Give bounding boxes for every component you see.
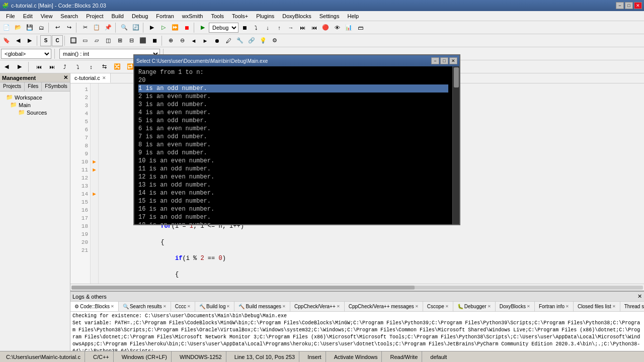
tb4-btn6[interactable]: ⤵	[72, 61, 84, 72]
step-into-btn[interactable]: ↓	[262, 22, 273, 33]
step-out-btn[interactable]: ↑	[274, 22, 285, 33]
scope-dropdown[interactable]: <global>	[1, 49, 51, 59]
tb4-btn5[interactable]: ⤴	[59, 61, 70, 72]
tb2-btn4[interactable]: S	[40, 35, 51, 46]
editor-tab-close[interactable]: ✕	[102, 75, 106, 80]
logs-content[interactable]: Checking for existence: C:\Users\user\Do…	[70, 312, 644, 351]
logs-tab-cppcheck[interactable]: CppCheck/Vera++ ✕	[290, 302, 345, 311]
watches-btn[interactable]: 👁	[332, 22, 343, 33]
logs-tab-cppcheck-msg-close[interactable]: ✕	[415, 304, 419, 309]
console-minimize[interactable]: −	[431, 57, 439, 64]
tree-workspace[interactable]: 📁 Workspace	[2, 94, 68, 101]
logs-tab-doxyblocks[interactable]: DoxyBlocks ✕	[496, 302, 535, 311]
tb2-btn22[interactable]: 💡	[258, 35, 269, 46]
tb4-btn1[interactable]: ◀	[1, 61, 12, 72]
tb2-btn11[interactable]: ⊟	[126, 35, 137, 46]
logs-tab-codeblocks[interactable]: ⚙ Code::Blocks ✕	[70, 302, 119, 311]
menu-plugins[interactable]: Plugins	[252, 12, 278, 20]
h-scrollbar-track[interactable]	[71, 286, 643, 290]
logs-tab-build-log[interactable]: 🔨 Build log ✕	[195, 302, 234, 311]
sidebar-tab-projects[interactable]: Projects	[0, 82, 25, 91]
tb2-btn3[interactable]: ▶	[24, 35, 35, 46]
compile-btn[interactable]: ▶	[146, 22, 157, 33]
logs-tab-buildlog-close[interactable]: ✕	[226, 304, 230, 309]
menu-debug[interactable]: Debug	[128, 12, 152, 20]
tb2-btn7[interactable]: ▭	[79, 35, 91, 46]
console-scrollbar[interactable]	[452, 66, 459, 224]
logs-tab-cccc-close[interactable]: ✕	[187, 304, 191, 309]
menu-fortran[interactable]: Fortran	[152, 12, 178, 20]
stop-btn[interactable]: ⏹	[181, 22, 192, 33]
menu-file[interactable]: File	[2, 12, 19, 20]
tb2-btn2[interactable]: ◀	[13, 35, 24, 46]
horizontal-scrollbar[interactable]	[70, 284, 644, 291]
tb2-btn8[interactable]: ▱	[91, 35, 102, 46]
tb2-btn21[interactable]: 🔗	[246, 35, 257, 46]
debug-btn[interactable]: ▶	[197, 22, 208, 33]
cut-btn[interactable]: ✂	[79, 22, 91, 33]
toggle-breakpoint-btn[interactable]: 🔴	[320, 22, 331, 33]
tb4-btn9[interactable]: 🔀	[112, 61, 123, 72]
tree-sources[interactable]: 📁 Sources	[2, 109, 68, 116]
tb2-btn5[interactable]: C	[52, 35, 63, 46]
menu-build[interactable]: Build	[107, 12, 127, 20]
debug-stop-btn[interactable]: ⏹	[239, 22, 250, 33]
next-breakpoint-btn[interactable]: ⏭	[297, 22, 308, 33]
logs-tab-debugger[interactable]: 🐛 Debugger ✕	[453, 302, 496, 311]
tb2-btn1[interactable]: 🔖	[1, 35, 12, 46]
tb2-btn20[interactable]: 🔧	[234, 35, 246, 46]
tb2-btn10[interactable]: ⊞	[114, 35, 125, 46]
redo-btn[interactable]: ↪	[63, 22, 74, 33]
menu-view[interactable]: View	[37, 12, 57, 20]
tb2-btn12[interactable]: ⬛	[137, 35, 148, 46]
logs-tab-fortran[interactable]: Fortran info ✕	[535, 302, 574, 311]
tb2-btn23[interactable]: ⚙	[269, 35, 280, 46]
console-scrollbar-thumb[interactable]	[454, 67, 459, 87]
logs-close[interactable]: ✕	[637, 293, 642, 300]
logs-tab-search-close[interactable]: ✕	[163, 304, 167, 309]
tb4-btn3[interactable]: ⏮	[33, 61, 44, 72]
replace-btn[interactable]: 🔄	[130, 22, 141, 33]
prev-breakpoint-btn[interactable]: ⏮	[308, 22, 319, 33]
save-btn[interactable]: 💾	[24, 22, 35, 33]
find-btn[interactable]: 🔍	[119, 22, 130, 33]
logs-tab-codeblocks-close[interactable]: ✕	[111, 304, 114, 309]
tb2-btn13[interactable]: ◼	[149, 35, 160, 46]
menu-search[interactable]: Search	[56, 12, 82, 20]
tb2-btn6[interactable]: 🔲	[68, 35, 79, 46]
sidebar-tab-fsymbols[interactable]: FSymbols	[42, 82, 70, 91]
logs-tab-cppcheck-msg[interactable]: CppCheck/Vera++ messages ✕	[345, 302, 423, 311]
sidebar-close[interactable]: ✕	[63, 74, 68, 81]
tb2-btn17[interactable]: ►	[200, 35, 211, 46]
open-file-btn[interactable]: 📂	[13, 22, 24, 33]
tb4-btn2[interactable]: ▶	[14, 61, 25, 72]
logs-tab-cscope-close[interactable]: ✕	[445, 304, 449, 309]
menu-tools[interactable]: Tools	[207, 12, 228, 20]
copy-btn[interactable]: 📋	[91, 22, 102, 33]
tb4-btn4[interactable]: ⏭	[46, 61, 57, 72]
sidebar-tab-files[interactable]: Files	[25, 82, 42, 91]
logs-tab-closed-files[interactable]: Closed files list ✕	[574, 302, 620, 311]
menu-wxsmith[interactable]: wxSmith	[178, 12, 207, 20]
debug-dropdown[interactable]: Debug	[209, 23, 238, 33]
tb4-btn7[interactable]: ↕	[86, 61, 97, 72]
tb4-btn8[interactable]: ⇆	[99, 61, 110, 72]
logs-tab-fortran-close[interactable]: ✕	[566, 304, 569, 309]
logs-tab-thread-search[interactable]: Thread search ✕	[620, 302, 644, 311]
logs-tab-search-results[interactable]: 🔍 Search results ✕	[119, 302, 171, 311]
h-scrollbar-thumb[interactable]	[71, 286, 415, 290]
build-run-btn[interactable]: ⏩	[170, 22, 181, 33]
close-button[interactable]: ✕	[634, 2, 642, 9]
menu-tools-plus[interactable]: Tools+	[228, 12, 252, 20]
undo-btn[interactable]: ↩	[52, 22, 63, 33]
logs-tab-cccc[interactable]: Cccc ✕	[171, 302, 195, 311]
console-maximize[interactable]: □	[440, 57, 448, 64]
run-btn[interactable]: ▷	[158, 22, 169, 33]
tb2-btn15[interactable]: ⊖	[177, 35, 188, 46]
menu-settings[interactable]: Settings	[315, 12, 344, 20]
tb2-btn19[interactable]: 🖊	[223, 35, 234, 46]
logs-tab-cscope[interactable]: Cscope ✕	[423, 302, 453, 311]
save-all-btn[interactable]: 🗂	[36, 22, 47, 33]
menu-edit[interactable]: Edit	[19, 12, 37, 20]
tree-main[interactable]: 📁 Main	[2, 101, 68, 109]
